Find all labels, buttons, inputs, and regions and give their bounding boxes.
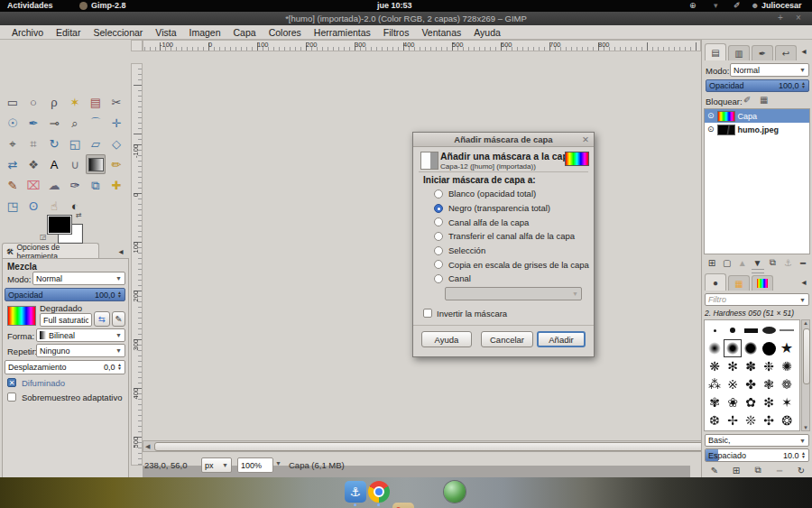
brush-scroll-thumb[interactable]: [803, 328, 810, 384]
tool-crop[interactable]: ⌗: [23, 134, 43, 153]
tool-blend[interactable]: [86, 154, 106, 174]
brush-item[interactable]: [706, 321, 724, 339]
brush-item[interactable]: ✻: [724, 357, 742, 375]
mask-option-selecci-n[interactable]: Selección: [434, 244, 589, 258]
refresh-brushes-button[interactable]: ↻: [794, 464, 808, 476]
brush-item[interactable]: ✺: [778, 357, 796, 375]
brush-item[interactable]: ✶: [778, 393, 796, 411]
maximize-icon[interactable]: +: [778, 12, 783, 24]
zoom-field[interactable]: 100%: [237, 457, 273, 473]
brush-item[interactable]: ⁂: [706, 375, 724, 393]
menu-ayuda[interactable]: Ayuda: [467, 25, 507, 40]
edit-brush-button[interactable]: ✎: [707, 464, 722, 476]
tool-ellipse-select[interactable]: ○: [23, 92, 43, 112]
tool-select-by-color[interactable]: ▤: [86, 92, 106, 112]
tool-foreground-select[interactable]: ☉: [3, 113, 23, 133]
tab-gradients[interactable]: [752, 275, 773, 291]
menu-vista[interactable]: Vista: [149, 25, 182, 40]
mask-option-canal-alfa-de-la-capa[interactable]: Canal alfa de la capa: [434, 215, 589, 229]
close-icon[interactable]: ✕: [582, 133, 589, 147]
brush-item[interactable]: ❂: [778, 411, 796, 429]
opacity-slider[interactable]: Opacidad 100,0 ▲▼: [5, 288, 125, 301]
tab-patterns[interactable]: ▦: [728, 275, 750, 291]
menu-seleccionar[interactable]: Seleccionar: [87, 25, 149, 40]
input-method-icon[interactable]: ✐: [734, 0, 741, 12]
default-colors-icon[interactable]: ◲: [40, 233, 47, 241]
tool-flip[interactable]: ⇄: [3, 154, 23, 174]
dialog-title-bar[interactable]: Añadir máscara de capa ✕: [413, 133, 594, 147]
tool-rotate[interactable]: ↻: [44, 134, 64, 153]
tool-measure[interactable]: ⌒: [86, 113, 106, 133]
tool-fuzzy-select[interactable]: ✶: [65, 92, 85, 112]
repeat-select[interactable]: Ninguno▼: [36, 344, 125, 357]
tab-channels[interactable]: ▥: [728, 45, 750, 60]
tool-bucket-fill[interactable]: ∪: [65, 154, 85, 174]
brush-item[interactable]: ❁: [778, 375, 796, 393]
dock-app-gimp[interactable]: [392, 503, 414, 508]
close-icon[interactable]: ×: [796, 12, 801, 24]
horizontal-ruler[interactable]: -1000100200300400500600700800: [143, 40, 701, 51]
tool-rectangle-select[interactable]: ▭: [3, 92, 23, 112]
dock-menu-left-icon[interactable]: ◂: [797, 44, 811, 57]
gradient-select[interactable]: Full saturation spe: [40, 313, 92, 327]
duplicate-layer-button[interactable]: ⧉: [765, 256, 780, 269]
brush-item[interactable]: [724, 339, 742, 357]
lower-layer-button[interactable]: ▼: [750, 256, 764, 269]
tool-cage-transform[interactable]: ❖: [23, 154, 43, 174]
layer-mode-select[interactable]: Normal▼: [730, 63, 809, 77]
delete-layer-button[interactable]: ━: [796, 256, 810, 269]
tool-scale[interactable]: ◱: [65, 134, 85, 153]
foreground-color-swatch[interactable]: [47, 215, 72, 235]
brush-item[interactable]: ❋: [706, 357, 724, 375]
spacing-slider[interactable]: Espaciado 10.0 ▲▼: [705, 448, 809, 462]
tool-align[interactable]: ⌖: [3, 134, 23, 153]
tool-text[interactable]: A: [44, 154, 64, 174]
offset-field[interactable]: Desplazamiento 0,0 ▲▼: [5, 360, 125, 374]
menu-archivo[interactable]: Archivo: [5, 25, 50, 40]
scroll-left-icon[interactable]: ◀: [145, 443, 150, 450]
tool-blur-sharpen[interactable]: ʘ: [23, 196, 43, 216]
menu-herramientas[interactable]: Herramientas: [308, 25, 377, 40]
tool-options-tab[interactable]: 🛠︎ Opciones de herramienta: [2, 243, 99, 259]
layer-opacity-slider[interactable]: Opacidad 100,0 ▲▼: [706, 79, 809, 92]
mask-option-canal[interactable]: Canal: [434, 272, 589, 286]
invert-mask-checkbox[interactable]: [423, 309, 432, 318]
chevron-down-icon[interactable]: ▾: [714, 0, 718, 12]
activities-button[interactable]: Actividades: [7, 0, 53, 12]
mask-option-blanco-opacidad-total[interactable]: Blanco (opacidad total): [434, 187, 589, 201]
clock[interactable]: jue 10:53: [377, 0, 412, 12]
location-icon[interactable]: ⊕: [689, 0, 697, 12]
mode-select[interactable]: Normal▼: [32, 272, 125, 285]
add-button[interactable]: Añadir: [537, 331, 586, 347]
zoom-select-icon[interactable]: ▼: [275, 460, 281, 466]
edit-gradient-button[interactable]: ✎: [112, 311, 125, 327]
gradient-preview[interactable]: [7, 306, 36, 326]
dock-app-sphere[interactable]: [444, 481, 466, 503]
brush-filter-input[interactable]: Filtro ▼: [705, 293, 809, 306]
new-brush-button[interactable]: ⊞: [729, 464, 743, 476]
tool-clone[interactable]: ⧉: [86, 175, 106, 195]
tool-move[interactable]: ✛: [106, 113, 126, 133]
brush-item[interactable]: ❀: [724, 393, 742, 411]
brush-item[interactable]: ❃: [760, 375, 778, 393]
tool-heal[interactable]: ✚: [106, 175, 126, 195]
reverse-gradient-button[interactable]: ⇆: [94, 311, 110, 327]
tool-eraser[interactable]: ⌧: [23, 175, 43, 195]
brush-item[interactable]: ★: [778, 339, 796, 357]
brush-item[interactable]: ※: [724, 375, 742, 393]
dither-checkbox[interactable]: ✕: [7, 378, 16, 387]
brush-item[interactable]: ✽: [742, 357, 760, 375]
brush-item[interactable]: ✢: [724, 411, 742, 429]
tool-airbrush[interactable]: ☁: [44, 175, 64, 195]
new-group-button[interactable]: ▢: [720, 256, 734, 269]
tool-smudge[interactable]: ☝: [44, 196, 64, 216]
tool-zoom[interactable]: ⌕: [65, 113, 85, 133]
tool-paths[interactable]: ✒: [23, 113, 43, 133]
dock-menu-left-icon[interactable]: ◂: [797, 275, 811, 288]
ruler-corner-button[interactable]: [131, 40, 143, 51]
brush-item[interactable]: ❆: [706, 411, 724, 429]
tool-ink[interactable]: ✑: [65, 175, 85, 195]
dock-app-anchor[interactable]: ⚓: [345, 481, 366, 503]
dock-app-chrome[interactable]: [368, 481, 390, 503]
brush-category-select[interactable]: Basic,▼: [705, 434, 809, 447]
